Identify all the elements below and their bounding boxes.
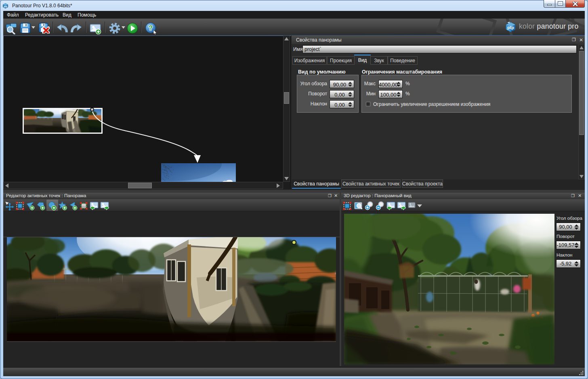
svg-text:ptp: ptp	[507, 25, 514, 30]
svg-text:ptp: ptp	[4, 5, 7, 8]
svg-text:?: ?	[149, 24, 153, 32]
